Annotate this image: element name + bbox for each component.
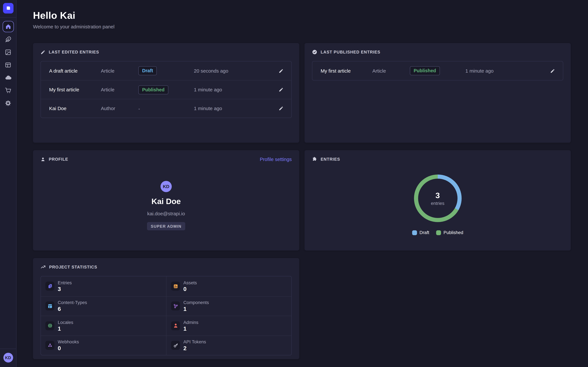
status-badge: Published bbox=[410, 66, 440, 75]
cloud-icon bbox=[5, 74, 11, 81]
main-sidebar: KD bbox=[0, 0, 17, 367]
row-time: 1 minute ago bbox=[465, 68, 542, 74]
stat-value: 1 bbox=[183, 306, 209, 312]
row-time: 1 minute ago bbox=[194, 87, 270, 92]
row-name: A draft article bbox=[49, 68, 101, 74]
panel-title: PROJECT STATISTICS bbox=[49, 265, 97, 269]
sidebar-nav bbox=[2, 20, 14, 109]
components-icon bbox=[171, 302, 180, 310]
row-time: 20 seconds ago bbox=[194, 68, 270, 74]
stat-webhooks: Webhooks 0 bbox=[41, 335, 166, 355]
feather-icon bbox=[5, 36, 11, 42]
entries-donut-center: 3 entries bbox=[418, 179, 457, 218]
legend-item-published: Published bbox=[436, 230, 463, 235]
stat-label: Content-Types bbox=[58, 300, 87, 305]
marketplace-cart-icon bbox=[5, 87, 11, 93]
main-content: Hello Kai Welcome to your administration… bbox=[17, 0, 588, 367]
stat-value: 0 bbox=[183, 286, 197, 292]
legend-label: Published bbox=[443, 230, 463, 235]
status-empty: - bbox=[138, 106, 140, 111]
profile-email: kai.doe@strapi.io bbox=[147, 211, 185, 217]
sidebar-item-home[interactable] bbox=[2, 20, 14, 33]
admins-icon bbox=[171, 321, 180, 330]
table-row: My first article Article Published 1 min… bbox=[312, 61, 563, 80]
trend-up-icon bbox=[41, 264, 46, 270]
last-published-table: My first article Article Published 1 min… bbox=[312, 61, 563, 80]
dashboard-grid: LAST EDITED ENTRIES A draft article Arti… bbox=[33, 43, 571, 359]
stat-value: 1 bbox=[58, 325, 73, 332]
entries-icon bbox=[45, 282, 54, 291]
stat-label: API Tokens bbox=[183, 339, 206, 345]
entries-donut-ring: 3 entries bbox=[414, 175, 462, 222]
stats-table: Entries 3 Assets bbox=[41, 276, 292, 355]
chart-legend: Draft Published bbox=[412, 230, 463, 235]
stat-admins: Admins 1 bbox=[166, 316, 291, 335]
stat-label: Assets bbox=[183, 280, 197, 285]
panel-title: LAST PUBLISHED ENTRIES bbox=[321, 50, 380, 54]
stat-value: 3 bbox=[58, 286, 72, 292]
profile-settings-link[interactable]: Profile settings bbox=[260, 156, 292, 162]
stat-label: Admins bbox=[183, 320, 199, 325]
check-circle-icon bbox=[312, 50, 317, 55]
published-swatch bbox=[436, 230, 441, 235]
stat-assets: Assets 0 bbox=[166, 276, 291, 296]
sidebar-bottom: KD bbox=[0, 345, 16, 367]
edit-entry-button[interactable] bbox=[276, 66, 286, 76]
edit-entry-button[interactable] bbox=[547, 66, 557, 76]
project-statistics-panel: PROJECT STATISTICS Entrie bbox=[33, 258, 299, 359]
person-icon bbox=[41, 157, 45, 162]
panel-title: PROFILE bbox=[49, 157, 68, 161]
page-title: Hello Kai bbox=[33, 10, 571, 21]
page-subtitle: Welcome to your administration panel bbox=[33, 24, 571, 30]
table-row: Kai Doe Author - 1 minute ago bbox=[41, 99, 291, 118]
strapi-logo-icon bbox=[5, 5, 11, 11]
draft-swatch bbox=[412, 230, 417, 235]
stat-value: 1 bbox=[183, 325, 199, 332]
row-name: Kai Doe bbox=[49, 106, 101, 111]
stat-label: Entries bbox=[58, 280, 72, 285]
content-type-builder-icon bbox=[5, 62, 11, 68]
sidebar-item-content-manager[interactable] bbox=[2, 33, 14, 46]
puzzle-icon bbox=[312, 157, 317, 162]
strapi-logo[interactable] bbox=[3, 3, 13, 13]
stat-entries: Entries 3 bbox=[41, 276, 166, 296]
locales-icon bbox=[45, 321, 54, 330]
entries-total: 3 bbox=[435, 191, 440, 200]
edit-entry-button[interactable] bbox=[276, 85, 286, 95]
entries-panel: ENTRIES 3 entries Draft bbox=[304, 150, 571, 250]
stat-value: 2 bbox=[183, 345, 206, 351]
sidebar-item-cloud[interactable] bbox=[2, 71, 14, 84]
sidebar-item-marketplace[interactable] bbox=[2, 84, 14, 97]
last-edited-entries-panel: LAST EDITED ENTRIES A draft article Arti… bbox=[33, 43, 299, 143]
stat-api-tokens: API Tokens 2 bbox=[166, 335, 291, 355]
row-type: Article bbox=[101, 68, 138, 74]
edit-entry-button[interactable] bbox=[276, 104, 286, 113]
stat-value: 6 bbox=[58, 306, 87, 312]
stat-content-types: Content-Types 6 bbox=[41, 296, 166, 316]
panel-title: LAST EDITED ENTRIES bbox=[49, 50, 99, 54]
row-type: Article bbox=[372, 68, 410, 74]
profile-name: Kai Doe bbox=[151, 197, 181, 206]
profile-avatar: KD bbox=[161, 181, 172, 192]
sidebar-user-avatar[interactable]: KD bbox=[3, 353, 13, 363]
content-types-icon bbox=[45, 302, 54, 310]
api-tokens-icon bbox=[171, 341, 180, 350]
stat-value: 0 bbox=[58, 345, 79, 351]
sidebar-item-settings[interactable] bbox=[2, 97, 14, 109]
status-badge: Draft bbox=[138, 66, 157, 75]
row-name: My first article bbox=[321, 68, 372, 74]
last-edited-table: A draft article Article Draft 20 seconds… bbox=[41, 61, 292, 118]
table-row: A draft article Article Draft 20 seconds… bbox=[41, 61, 291, 80]
sidebar-item-media-library[interactable] bbox=[2, 46, 14, 58]
stat-label: Locales bbox=[58, 320, 73, 325]
sidebar-divider-bottom bbox=[0, 349, 16, 349]
stat-label: Components bbox=[183, 300, 209, 305]
legend-item-draft: Draft bbox=[412, 230, 429, 235]
stat-locales: Locales 1 bbox=[41, 316, 166, 335]
sidebar-item-content-type-builder[interactable] bbox=[2, 58, 14, 71]
row-name: My first article bbox=[49, 87, 101, 92]
assets-icon bbox=[171, 282, 180, 291]
stat-components: Components 1 bbox=[166, 296, 291, 316]
table-row: My first article Article Published 1 min… bbox=[41, 80, 291, 99]
entries-unit: entries bbox=[431, 200, 444, 206]
